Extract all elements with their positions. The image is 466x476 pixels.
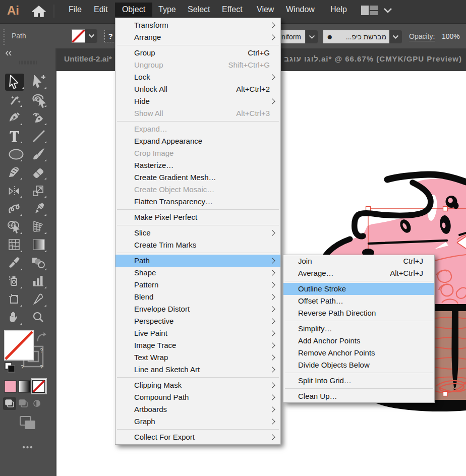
svg-text:?: ? [40, 347, 43, 353]
svg-text:?: ? [40, 364, 43, 370]
svg-text:?: ? [21, 364, 24, 370]
